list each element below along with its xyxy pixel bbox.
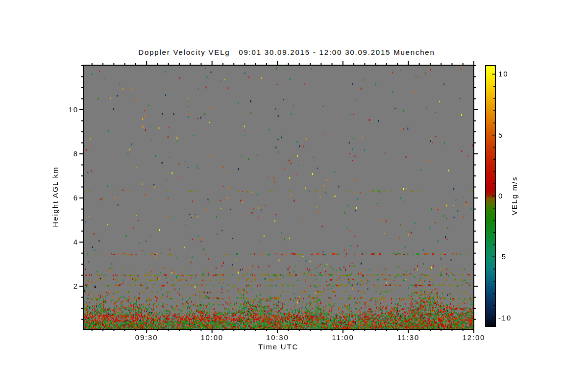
colorbar-tick-label: 10	[498, 70, 523, 78]
doppler-velocity-chart-page: Doppler Velocity VELg 09:01 30.09.2015 -…	[0, 0, 588, 392]
x-tick-label: 11:00	[323, 333, 363, 342]
y-tick-label: 10	[49, 105, 78, 114]
x-tick-label: 09:30	[127, 333, 166, 342]
chart-title: Doppler Velocity VELg 09:01 30.09.2015 -…	[91, 48, 483, 56]
colorbar-gradient	[486, 66, 495, 326]
x-tick-label: 10:00	[193, 333, 232, 342]
colorbar-tick-label: -10	[498, 314, 523, 322]
y-axis-label: Height AGL km	[51, 148, 59, 246]
colorbar-label: VELg m/s	[510, 147, 518, 245]
y-tick-label: 2	[49, 282, 78, 291]
colorbar-tick-label: -5	[498, 252, 523, 261]
x-axis-label: Time UTC	[229, 343, 327, 351]
x-tick-label: 10:30	[258, 333, 297, 342]
x-tick-label: 12:00	[454, 333, 493, 342]
heatmap-plot-area	[83, 65, 474, 329]
colorbar-tick-label: 5	[498, 131, 523, 140]
x-tick-label: 11:30	[389, 333, 428, 342]
